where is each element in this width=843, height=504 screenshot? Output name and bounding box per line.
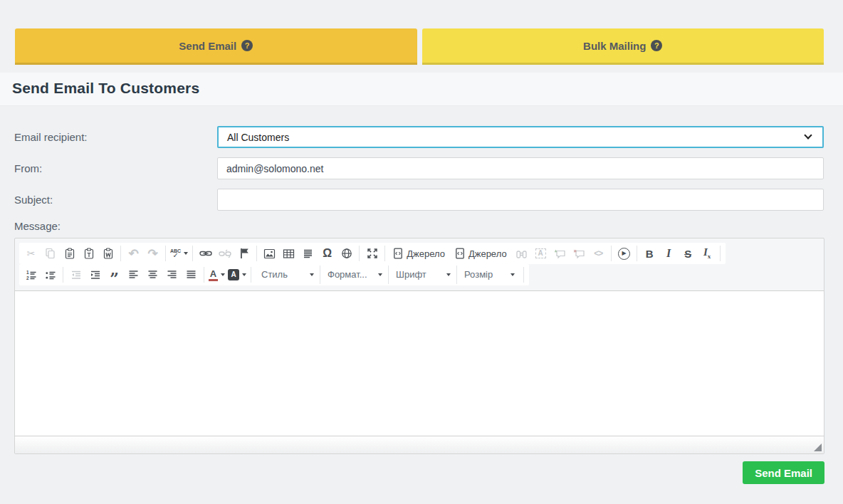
- align-right-icon: [167, 270, 177, 280]
- question-circle-icon[interactable]: ?: [651, 40, 662, 51]
- italic-button[interactable]: I: [659, 244, 679, 263]
- toolbar-separator: [611, 246, 612, 261]
- remove-format-button[interactable]: Ix: [698, 244, 717, 263]
- paste-text-button[interactable]: [79, 244, 98, 263]
- align-left-icon: [128, 270, 139, 280]
- anchor-flag-button[interactable]: [234, 244, 253, 263]
- insert-table-button[interactable]: [279, 244, 298, 263]
- email-recipient-select[interactable]: All Customers: [217, 126, 824, 148]
- source-button-label: Джерело: [407, 249, 445, 258]
- chevron-down-icon: [804, 131, 812, 139]
- bold-button[interactable]: B: [640, 244, 659, 263]
- bulleted-list-button[interactable]: [41, 266, 60, 284]
- unlink-button[interactable]: [215, 244, 234, 263]
- send-email-button[interactable]: Send Email: [743, 461, 824, 484]
- undo-button[interactable]: ↶: [124, 244, 143, 263]
- increase-indent-icon: [90, 270, 101, 280]
- from-input[interactable]: [217, 157, 824, 179]
- redo-button[interactable]: ↷: [143, 244, 162, 263]
- caret-down-icon: [221, 273, 225, 276]
- caret-down-icon: [310, 273, 314, 276]
- remove-comment-button[interactable]: [570, 244, 589, 263]
- unlink-icon: [219, 249, 231, 258]
- styles-dropdown[interactable]: Стиль: [254, 266, 320, 284]
- decrease-indent-button[interactable]: [66, 266, 85, 284]
- align-justify-button[interactable]: [182, 266, 201, 284]
- font-dropdown[interactable]: Шрифт: [388, 266, 456, 284]
- numbered-list-icon: 12: [26, 270, 37, 280]
- background-color-icon: A: [228, 269, 239, 280]
- align-justify-icon: [186, 270, 197, 280]
- media-embed-button[interactable]: ▶: [614, 244, 634, 263]
- copy-button[interactable]: [41, 244, 60, 263]
- caret-down-icon: [446, 273, 451, 276]
- add-comment-icon: [554, 248, 566, 259]
- toolbar-separator: [204, 267, 204, 283]
- toolbar-separator: [256, 246, 257, 261]
- toolbar-separator: [251, 267, 251, 283]
- toolbar-separator: [63, 267, 63, 283]
- tab-bulk-mailing[interactable]: Bulk Mailing ?: [422, 28, 824, 65]
- source-button[interactable]: Джерело: [388, 244, 450, 263]
- recipient-label: Email recipient:: [14, 131, 217, 143]
- caret-down-icon: [242, 273, 246, 276]
- inline-code-button[interactable]: <>: [589, 244, 608, 263]
- source-button-label: Джерело: [468, 249, 507, 258]
- find-button[interactable]: [512, 244, 531, 263]
- align-left-button[interactable]: [124, 266, 143, 284]
- align-center-icon: [147, 270, 158, 280]
- replace-icon: A: [535, 248, 546, 258]
- strikethrough-button[interactable]: S: [679, 244, 698, 263]
- editor-toolbar: ✂ ↶ ↷ ABC ✓ Ω: [15, 238, 824, 290]
- iframe-button[interactable]: [337, 244, 356, 263]
- replace-button[interactable]: A: [531, 244, 550, 263]
- message-editor: ✂ ↶ ↷ ABC ✓ Ω: [14, 238, 824, 454]
- blockquote-button[interactable]: ”: [105, 266, 124, 284]
- insert-image-button[interactable]: [260, 244, 279, 263]
- cut-icon: ✂: [27, 248, 36, 258]
- spellcheck-button[interactable]: ABC ✓: [169, 244, 189, 263]
- send-email-form: Email recipient: All Customers From: Sub…: [14, 126, 824, 232]
- special-char-button[interactable]: Ω: [318, 244, 337, 263]
- italic-icon: I: [666, 248, 671, 259]
- maximize-button[interactable]: [362, 244, 382, 263]
- align-right-button[interactable]: [162, 266, 182, 284]
- strikethrough-icon: S: [684, 248, 691, 259]
- source-button-2[interactable]: Джерело: [450, 244, 512, 263]
- size-dropdown[interactable]: Розмір: [456, 266, 520, 284]
- numbered-list-button[interactable]: 12: [21, 266, 41, 284]
- horizontal-line-button[interactable]: [298, 244, 318, 263]
- image-icon: [263, 248, 276, 259]
- play-circle-icon: ▶: [618, 248, 630, 260]
- resize-handle-icon[interactable]: [814, 443, 822, 451]
- paste-button[interactable]: [60, 244, 79, 263]
- recipient-row: Email recipient: All Customers: [14, 126, 824, 148]
- copy-icon: [45, 248, 56, 259]
- globe-icon: [341, 248, 352, 259]
- svg-text:1: 1: [26, 270, 29, 275]
- increase-indent-button[interactable]: [85, 266, 105, 284]
- tab-send-email[interactable]: Send Email ?: [15, 28, 417, 65]
- link-button[interactable]: [196, 244, 215, 263]
- format-dropdown[interactable]: Формат...: [320, 266, 388, 284]
- paste-word-button[interactable]: [98, 244, 117, 263]
- add-comment-button[interactable]: [550, 244, 570, 263]
- question-circle-icon[interactable]: ?: [241, 40, 253, 51]
- remove-format-icon: Ix: [703, 247, 711, 260]
- align-center-button[interactable]: [143, 266, 162, 284]
- background-color-button[interactable]: A: [226, 266, 248, 284]
- text-color-button[interactable]: A: [207, 266, 226, 284]
- toolbar-separator: [637, 246, 637, 261]
- editor-bottom-bar: [15, 436, 824, 453]
- message-editing-area[interactable]: [15, 290, 824, 436]
- subject-input[interactable]: [217, 189, 824, 211]
- source-doc-icon: [393, 248, 403, 259]
- omega-icon: Ω: [323, 248, 332, 259]
- maximize-icon: [367, 248, 378, 259]
- from-row: From:: [14, 157, 824, 179]
- top-tabs: Send Email ? Bulk Mailing ?: [15, 28, 824, 65]
- toolbar-row-1: ✂ ↶ ↷ ABC ✓ Ω: [19, 243, 726, 264]
- cut-button[interactable]: ✂: [21, 244, 41, 263]
- caret-down-icon: [378, 273, 382, 276]
- toolbar-row-2: 12 ” A A Стиль Ф: [19, 264, 529, 285]
